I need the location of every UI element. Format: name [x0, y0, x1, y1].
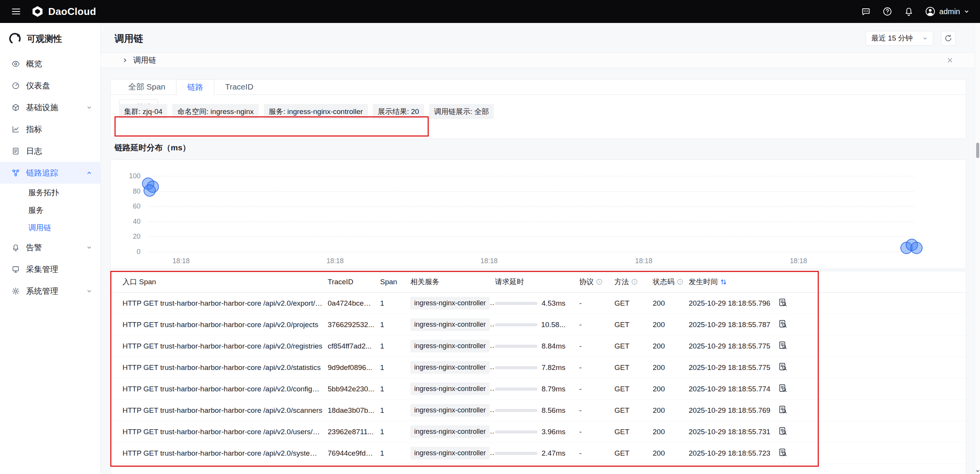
filter-tag-cluster[interactable]: 集群: zjq-04 [119, 104, 167, 119]
table-row[interactable]: HTTP GET trust-harbor-harbor-harbor-core… [111, 443, 966, 464]
help-icon[interactable]: ? [631, 279, 638, 285]
table-row[interactable]: HTTP GET trust-harbor-harbor-harbor-core… [111, 357, 966, 378]
chevron-up-icon [87, 170, 92, 176]
page-title: 调用链 [114, 32, 143, 45]
refresh-button[interactable] [941, 31, 956, 46]
page-header: 调用链 最近 15 分钟 [114, 30, 956, 47]
view-trace-button[interactable] [778, 319, 788, 329]
sidebar-item-services[interactable]: 服务 [0, 201, 100, 219]
table-row[interactable]: HTTP GET trust-harbor-harbor-harbor-core… [111, 421, 966, 443]
filter-tag-service[interactable]: 服务: ingress-nginx-controller [264, 104, 368, 119]
brand[interactable]: DaoCloud [31, 5, 96, 18]
view-trace-button[interactable] [778, 448, 788, 457]
sidebar-item-logs[interactable]: 日志 [0, 140, 100, 162]
scatter-point[interactable] [144, 184, 156, 197]
trace-id-text: 5bb942e230... [328, 385, 380, 393]
help-icon[interactable]: ? [677, 279, 683, 285]
menu-icon[interactable] [11, 6, 21, 17]
sidebar-item-collection[interactable]: 采集管理 [0, 258, 100, 280]
cube-icon [11, 103, 20, 112]
sidebar-item-metrics[interactable]: 指标 [0, 118, 100, 140]
latency-value: 4.53ms [537, 299, 579, 308]
filter-tag-result-count[interactable]: 展示结果: 20 [373, 104, 424, 119]
method-text: GET [614, 299, 653, 308]
protocol-text: - [579, 428, 614, 436]
entry-span-text: HTTP GET trust-harbor-harbor-harbor-core… [122, 342, 328, 350]
filter-tag-trace-display[interactable]: 调用链展示: 全部 [429, 104, 494, 119]
daocloud-logo-icon [31, 5, 44, 18]
table-row[interactable]: HTTP GET trust-harbor-harbor-harbor-core… [111, 400, 966, 421]
session-expander-chevron-icon[interactable] [122, 57, 128, 63]
sidebar-item-alerts[interactable]: 告警 [0, 236, 100, 258]
vertical-scrollbar[interactable] [975, 23, 980, 474]
sidebar-item-infrastructure[interactable]: 基础设施 [0, 96, 100, 118]
table-row[interactable]: HTTP GET trust-harbor-harbor-harbor-core… [111, 336, 966, 357]
table-header-row: 入口 SpanTraceIDSpan相关服务请求延时协议?方法?状态码?发生时间 [111, 271, 966, 293]
status-code-text: 200 [653, 342, 689, 350]
sidebar-item-traces[interactable]: 调用链 [0, 219, 100, 236]
trace-filter-panel: 全部 Span 链路 TraceID 筛选 集群: zjq-04 命名空间: i… [110, 79, 966, 139]
chevron-down-icon [87, 245, 92, 250]
sort-icon[interactable] [720, 279, 727, 285]
entry-span-text: HTTP GET trust-harbor-harbor-harbor-core… [122, 321, 328, 329]
sidebar-item-overview[interactable]: 概览 [0, 53, 100, 75]
view-trace-button[interactable] [778, 405, 788, 414]
latency-bar [495, 302, 537, 305]
span-count: 1 [380, 363, 410, 372]
collect-icon [11, 265, 20, 274]
action-cell [778, 448, 813, 459]
tab-all-span[interactable]: 全部 Span [118, 79, 176, 94]
user-menu[interactable]: admin [925, 6, 969, 17]
table-row[interactable]: HTTP GET trust-harbor-harbor-harbor-core… [111, 314, 966, 336]
notification-icon[interactable] [903, 6, 914, 17]
help-icon[interactable] [882, 6, 893, 17]
column-header-label: 请求延时 [495, 277, 524, 287]
view-trace-icon [778, 298, 788, 307]
service-badge: ingress-nginx-controller [410, 383, 490, 395]
help-icon[interactable]: ? [596, 279, 603, 285]
message-icon[interactable] [861, 6, 871, 17]
scrollbar-thumb[interactable] [976, 143, 979, 158]
product-switcher[interactable]: 可观测性 [0, 23, 100, 53]
sidebar-item-system[interactable]: 系统管理 [0, 280, 100, 302]
trace-id-text: cf854ff7ad2... [328, 342, 380, 350]
latency-value: 8.79ms [537, 385, 579, 393]
scroll-down-arrow-icon[interactable] [975, 469, 980, 473]
sidebar-item-service-topology[interactable]: 服务拓扑 [0, 184, 100, 201]
filter-tag-namespace[interactable]: 命名空间: ingress-nginx [172, 104, 259, 119]
entry-span-text: HTTP GET trust-harbor-harbor-harbor-core… [122, 406, 328, 415]
table-row[interactable]: HTTP GET trust-harbor-harbor-harbor-core… [111, 293, 966, 314]
time-range-select[interactable]: 最近 15 分钟 [866, 31, 933, 46]
time-text: 2025-10-29 18:18:55.774 [689, 385, 778, 393]
column-header-label: 发生时间 [689, 277, 718, 287]
service-cell: ingress-nginx-controller [410, 447, 495, 459]
view-trace-icon [778, 362, 788, 371]
latency-bar [495, 388, 537, 391]
view-trace-button[interactable] [778, 340, 788, 350]
sidebar-item-label: 调用链 [28, 223, 51, 233]
scatter-point[interactable] [910, 242, 923, 254]
svg-text:?: ? [634, 280, 635, 284]
sidebar-item-dashboard[interactable]: 仪表盘 [0, 75, 100, 96]
view-trace-button[interactable] [778, 298, 788, 307]
column-header-label: 状态码 [653, 277, 675, 287]
view-trace-button[interactable] [778, 426, 788, 436]
view-trace-icon [778, 340, 788, 350]
latency-value: 3.96ms [537, 428, 579, 436]
latency-value: 10.58... [537, 321, 579, 329]
tab-trace[interactable]: 链路 [176, 79, 214, 95]
sidebar-item-tracing[interactable]: 链路追踪 [0, 162, 100, 184]
column-header-label: Span [380, 278, 397, 286]
close-icon[interactable] [947, 57, 953, 64]
protocol-text: - [579, 321, 614, 329]
action-cell [778, 383, 813, 395]
chart-gridline [148, 191, 914, 192]
latency-cell: 8.56ms [495, 406, 579, 415]
tab-traceid[interactable]: TraceID [214, 79, 264, 94]
entry-span-text: HTTP GET trust-harbor-harbor-harbor-core… [122, 299, 328, 308]
filter-tags: 集群: zjq-04 命名空间: ingress-nginx 服务: ingre… [119, 104, 494, 119]
view-trace-button[interactable] [778, 383, 788, 393]
sidebar-item-label: 告警 [26, 242, 42, 253]
table-row[interactable]: HTTP GET trust-harbor-harbor-harbor-core… [111, 378, 966, 400]
view-trace-button[interactable] [778, 362, 788, 371]
